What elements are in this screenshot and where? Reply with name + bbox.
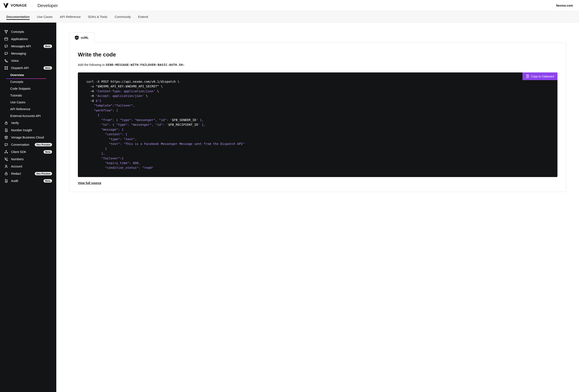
user-icon [4,165,8,168]
copy-to-clipboard-button[interactable]: Copy to Clipboard [522,72,558,80]
sidebar-item-concepts[interactable]: Concepts [0,28,56,35]
tab-sdks-tools[interactable]: SDKs & Tools [88,11,107,22]
lock-icon [4,172,8,175]
doc-icon [4,128,8,132]
sidebar-item-numbers[interactable]: Numbers [0,156,56,163]
lock-icon [4,121,8,125]
description: Add the following to SEND-MESSAGE-WITH-F… [78,63,558,66]
nexmo-link[interactable]: Nexmo.com [556,4,576,7]
sidebar-subitem-code-snippets[interactable]: Code Snippets [10,85,56,92]
sidebar: Concepts Applications Messages API Beta … [0,23,56,392]
svg-point-12 [5,165,7,167]
sidebar-item-label: Concepts [11,30,52,33]
sidebar-item-label: Numbers [11,158,52,161]
tab-community[interactable]: Community [115,11,131,22]
svg-rect-8 [5,123,7,124]
svg-point-6 [5,69,5,69]
clipboard-icon [526,75,529,78]
sidebar-item-label: Messaging [11,52,52,55]
svg-point-5 [7,66,8,67]
svg-rect-13 [5,173,7,175]
sidebar-item-messaging[interactable]: Messaging [0,50,56,57]
sidebar-item-account[interactable]: Account [0,163,56,170]
sidebar-item-label: Applications [11,37,52,41]
sidebar-item-client-sdk[interactable]: Client SDK Beta [0,148,56,156]
window-icon [4,37,8,41]
sidebar-item-dispatch-api[interactable]: Dispatch API Beta [0,64,56,72]
sidebar-subitem-external-accounts-api[interactable]: External Accounts API [10,112,56,119]
header-divider [32,2,32,8]
sidebar-item-label: Conversation [11,143,32,146]
badge-dev_preview: Dev Preview [35,143,52,146]
sidebar-subitem-tutorials[interactable]: Tutorials [10,92,56,99]
tab-api-reference[interactable]: API Reference [60,11,81,22]
page-heading: Write the code [78,51,558,58]
sidebar-item-label: Verify [11,121,52,125]
code-tab-label: cURL [81,36,89,39]
flow-icon [4,66,8,70]
sidebar-subitem-overview[interactable]: Overview [10,72,56,78]
chat-icon [4,52,8,56]
nav-tabs: Documentation Use Cases API Reference SD… [0,11,579,23]
view-full-source-link[interactable]: View full source [78,181,101,185]
network-icon [4,150,8,154]
sidebar-item-label: Dispatch API [11,66,41,70]
sidebar-item-label: Redact [11,172,32,175]
code-tab-curl[interactable]: cURL [69,32,94,43]
filename: SEND-MESSAGE-WITH-FAILOVER-BASIC-AUTH.SH… [106,63,185,66]
sidebar-sublist: OverviewConceptsCode SnippetsTutorialsUs… [0,72,56,119]
nodes-icon [4,30,8,34]
badge-beta: Beta [44,45,52,48]
vonage-logo-icon [3,3,8,8]
sidebar-item-label: Voice [11,59,52,62]
doc-icon [4,179,8,183]
svg-rect-15 [527,75,528,75]
main-content: cURL Write the code Add the following to… [56,23,579,392]
content-panel: Write the code Add the following to SEND… [69,43,566,192]
tab-use-cases[interactable]: Use Cases [37,11,53,22]
sidebar-item-label: Number Insight [11,128,52,132]
sidebar-item-label: Messages API [11,45,41,48]
tab-extend[interactable]: Extend [138,11,148,22]
dial-icon [4,157,8,161]
sidebar-item-voice[interactable]: Voice [0,57,56,64]
sidebar-item-conversation[interactable]: Conversation Dev Preview [0,141,56,148]
code-snippet[interactable]: curl -X POST https://api.nexmo.com/v0.1/… [86,79,549,170]
chat-icon [4,143,8,147]
chat-icon [4,44,8,48]
phone-icon [4,59,8,63]
badge-beta: Beta [44,66,52,70]
logo[interactable]: VONAGE [3,3,27,8]
stack-icon [4,135,8,139]
svg-point-4 [5,66,5,67]
sidebar-item-messages-api[interactable]: Messages API Beta [0,43,56,50]
svg-point-2 [6,32,7,33]
sidebar-subitem-api-reference[interactable]: API Reference [10,106,56,112]
badge-dev_preview: Dev Preview [35,172,52,175]
sidebar-item-number-insight[interactable]: Number Insight [0,126,56,134]
header: VONAGE Developer Nexmo.com [0,0,579,11]
sidebar-item-label: Vonage Business Cloud [11,136,52,139]
svg-rect-3 [5,38,8,40]
brand-text: VONAGE [11,3,27,8]
sidebar-item-label: Audit [11,179,41,183]
app-name: Developer [38,3,58,8]
badge-beta: Beta [44,179,52,183]
sidebar-subitem-concepts[interactable]: Concepts [10,78,56,85]
sidebar-item-redact[interactable]: Redact Dev Preview [0,170,56,177]
sidebar-item-audit[interactable]: Audit Beta [0,177,56,184]
code-block: Copy to Clipboard curl -X POST https://a… [78,72,558,177]
tab-documentation[interactable]: Documentation [6,11,30,22]
svg-point-7 [7,69,8,69]
sidebar-item-verify[interactable]: Verify [0,119,56,126]
sidebar-item-applications[interactable]: Applications [0,35,56,43]
sidebar-subitem-use-cases[interactable]: Use Cases [10,99,56,106]
sidebar-item-vonage-business-cloud[interactable]: Vonage Business Cloud [0,134,56,141]
badge-beta: Beta [44,150,52,154]
sidebar-item-label: Account [11,165,52,168]
shield-code-icon [75,36,79,40]
svg-point-9 [6,150,7,151]
sidebar-item-label: Client SDK [11,150,41,154]
